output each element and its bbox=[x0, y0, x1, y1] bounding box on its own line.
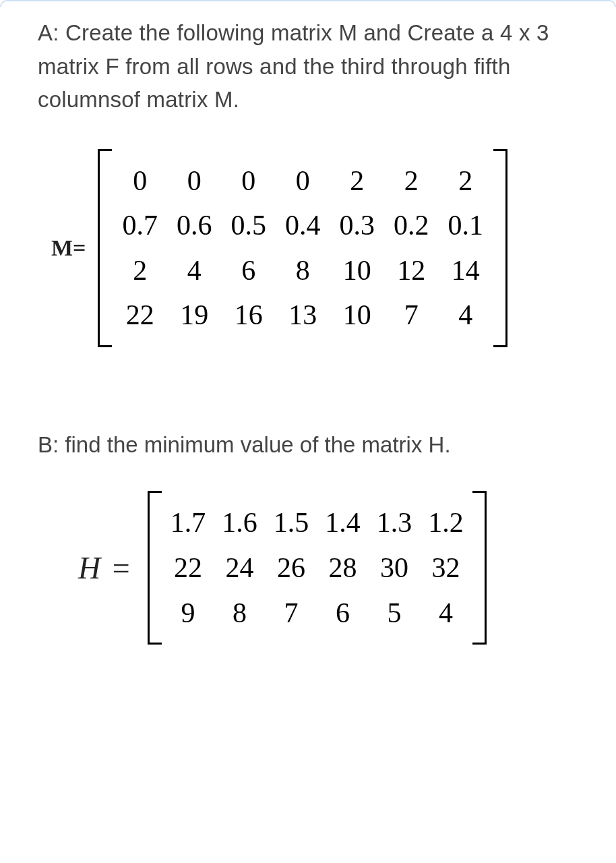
matrix-cell: 10 bbox=[330, 293, 384, 338]
matrix-cell: 2 bbox=[438, 158, 493, 204]
matrix-cell: 22 bbox=[162, 545, 214, 591]
matrix-cell: 30 bbox=[369, 545, 421, 591]
matrix-cell: 5 bbox=[369, 591, 421, 636]
matrix-cell: 26 bbox=[266, 545, 317, 591]
part-b-prompt: B: find the minimum value of the matrix … bbox=[38, 428, 578, 462]
matrix-cell: 2 bbox=[113, 248, 167, 293]
matrix-cell: 1.3 bbox=[369, 500, 421, 545]
matrix-cell: 14 bbox=[438, 248, 493, 293]
problem-page: A: Create the following matrix M and Cre… bbox=[0, 0, 616, 863]
matrix-m-block: M= 0 0 0 0 2 2 2 0.7 0.6 0.5 0.4 bbox=[51, 149, 578, 347]
table-row: 22 19 16 13 10 7 4 bbox=[113, 293, 493, 338]
matrix-cell: 8 bbox=[276, 248, 330, 293]
matrix-cell: 1.2 bbox=[420, 500, 472, 545]
matrix-cell: 0 bbox=[276, 158, 330, 204]
matrix-cell: 9 bbox=[162, 591, 214, 636]
matrix-m: 0 0 0 0 2 2 2 0.7 0.6 0.5 0.4 0.3 0.2 0.… bbox=[98, 149, 507, 347]
matrix-h-var: H bbox=[78, 551, 100, 585]
matrix-cell: 2 bbox=[330, 158, 384, 204]
matrix-cell: 0 bbox=[113, 158, 167, 204]
matrix-cell: 19 bbox=[167, 293, 222, 338]
matrix-h-block: H = 1.7 1.6 1.5 1.4 1.3 1.2 22 24 26 bbox=[78, 491, 578, 645]
matrix-cell: 6 bbox=[221, 248, 276, 293]
matrix-cell: 0 bbox=[221, 158, 276, 204]
matrix-cell: 0.7 bbox=[113, 203, 167, 248]
matrix-cell: 7 bbox=[384, 293, 439, 338]
matrix-h: 1.7 1.6 1.5 1.4 1.3 1.2 22 24 26 28 30 3… bbox=[148, 491, 487, 645]
bracket-left-icon bbox=[148, 491, 162, 645]
matrix-h-label: H = bbox=[78, 550, 130, 586]
matrix-cell: 16 bbox=[221, 293, 276, 338]
matrix-cell: 0.5 bbox=[221, 203, 276, 248]
matrix-m-table: 0 0 0 0 2 2 2 0.7 0.6 0.5 0.4 0.3 0.2 0.… bbox=[113, 158, 493, 338]
matrix-cell: 6 bbox=[317, 591, 369, 636]
matrix-cell: 4 bbox=[420, 591, 472, 636]
table-row: 0.7 0.6 0.5 0.4 0.3 0.2 0.1 bbox=[113, 203, 493, 248]
table-row: 22 24 26 28 30 32 bbox=[162, 545, 472, 591]
table-row: 9 8 7 6 5 4 bbox=[162, 591, 472, 636]
matrix-cell: 12 bbox=[384, 248, 439, 293]
bracket-right-icon bbox=[493, 149, 507, 347]
matrix-cell: 4 bbox=[167, 248, 222, 293]
matrix-cell: 8 bbox=[214, 591, 266, 636]
matrix-cell: 2 bbox=[384, 158, 439, 204]
matrix-cell: 24 bbox=[214, 545, 266, 591]
matrix-cell: 0.2 bbox=[384, 203, 439, 248]
bracket-right-icon bbox=[472, 491, 487, 645]
part-a-prompt: A: Create the following matrix M and Cre… bbox=[38, 16, 578, 117]
matrix-cell: 1.6 bbox=[214, 500, 266, 545]
matrix-cell: 10 bbox=[330, 248, 384, 293]
matrix-cell: 1.4 bbox=[317, 500, 369, 545]
matrix-cell: 32 bbox=[420, 545, 472, 591]
table-row: 1.7 1.6 1.5 1.4 1.3 1.2 bbox=[162, 500, 472, 545]
matrix-h-table: 1.7 1.6 1.5 1.4 1.3 1.2 22 24 26 28 30 3… bbox=[162, 500, 472, 635]
matrix-m-label: M= bbox=[51, 235, 86, 261]
matrix-cell: 0.1 bbox=[438, 203, 493, 248]
table-row: 2 4 6 8 10 12 14 bbox=[113, 248, 493, 293]
matrix-cell: 1.5 bbox=[266, 500, 317, 545]
matrix-cell: 22 bbox=[113, 293, 167, 338]
equals-sign: = bbox=[113, 551, 130, 585]
matrix-cell: 7 bbox=[266, 591, 317, 636]
matrix-cell: 1.7 bbox=[162, 500, 214, 545]
bracket-left-icon bbox=[98, 149, 112, 347]
matrix-cell: 28 bbox=[317, 545, 369, 591]
matrix-cell: 13 bbox=[276, 293, 330, 338]
matrix-cell: 0 bbox=[167, 158, 222, 204]
matrix-cell: 0.3 bbox=[330, 203, 384, 248]
matrix-cell: 0.6 bbox=[167, 203, 222, 248]
matrix-cell: 4 bbox=[438, 293, 493, 338]
matrix-cell: 0.4 bbox=[276, 203, 330, 248]
table-row: 0 0 0 0 2 2 2 bbox=[113, 158, 493, 204]
